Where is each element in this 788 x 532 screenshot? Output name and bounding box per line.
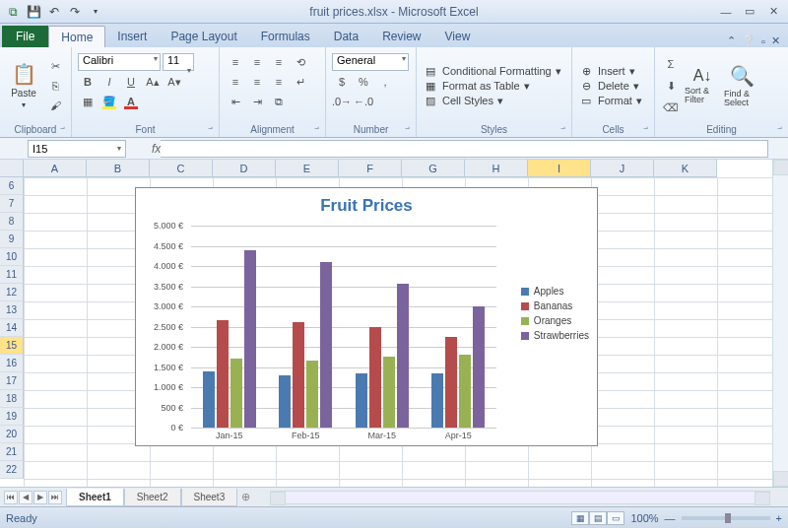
column-header[interactable]: K [654,160,717,177]
format-painter-icon[interactable]: 🖌 [45,97,65,114]
wrap-text-icon[interactable]: ↵ [291,73,310,91]
border-icon[interactable]: ▦ [78,93,98,110]
increase-decimal-icon[interactable]: .0→ [332,93,352,110]
undo-icon[interactable]: ↶ [45,3,63,21]
save-icon[interactable]: 💾 [25,3,42,21]
fill-color-icon[interactable]: 🪣 [99,93,119,110]
tab-formulas[interactable]: Formulas [249,26,322,47]
row-header[interactable]: 19 [0,408,24,426]
column-header[interactable]: G [402,160,465,177]
shrink-font-icon[interactable]: A▾ [164,73,184,91]
sheet-tab[interactable]: Sheet3 [181,489,238,506]
autosum-icon[interactable]: Σ [661,55,681,73]
tab-page-layout[interactable]: Page Layout [159,26,248,47]
align-center-icon[interactable]: ≡ [247,73,267,91]
cut-icon[interactable]: ✂ [45,57,65,75]
zoom-level[interactable]: 100% [630,512,658,524]
column-header[interactable]: C [150,160,213,177]
orientation-icon[interactable]: ⟲ [291,53,310,71]
row-header[interactable]: 7 [0,195,24,213]
file-tab[interactable]: File [2,26,48,47]
tab-first-icon[interactable]: ⏮ [4,491,18,504]
close-icon[interactable]: ✕ [762,4,784,20]
align-middle-icon[interactable]: ≡ [247,53,267,71]
align-bottom-icon[interactable]: ≡ [269,53,289,71]
bold-button[interactable]: B [78,73,98,91]
column-header[interactable]: H [465,160,528,177]
minimize-icon[interactable]: — [715,4,737,20]
restore-icon[interactable]: ▭ [739,4,760,20]
qat-customize-icon[interactable]: ▾ [87,3,104,21]
row-header[interactable]: 18 [0,390,24,408]
row-header[interactable]: 22 [0,461,24,479]
column-header[interactable]: J [591,160,654,177]
tab-data[interactable]: Data [322,26,370,47]
column-header[interactable]: D [213,160,276,177]
copy-icon[interactable]: ⎘ [45,77,65,95]
row-header[interactable]: 11 [0,266,24,284]
font-name-combo[interactable]: Calibri [78,53,161,71]
paste-button[interactable]: 📋Paste▾ [6,49,41,122]
sort-filter-button[interactable]: A↓Sort & Filter [685,49,720,122]
sheet-tab[interactable]: Sheet2 [124,489,181,506]
tab-next-icon[interactable]: ▶ [33,491,47,504]
grow-font-icon[interactable]: A▴ [143,73,163,91]
merge-icon[interactable]: ⧉ [269,93,289,110]
row-header[interactable]: 8 [0,213,24,231]
row-header[interactable]: 16 [0,355,24,372]
tab-review[interactable]: Review [370,26,432,47]
row-header[interactable]: 17 [0,372,24,390]
delete-cells-button[interactable]: ⊖Delete ▾ [578,80,642,93]
fill-icon[interactable]: ⬇ [661,77,681,95]
zoom-slider[interactable] [682,516,770,520]
decrease-decimal-icon[interactable]: ←.0 [354,93,373,110]
decrease-indent-icon[interactable]: ⇤ [226,93,245,110]
currency-icon[interactable]: $ [332,73,352,91]
window-restore-icon[interactable]: ▫ [761,35,765,47]
cell-styles-button[interactable]: ▨Cell Styles ▾ [423,95,561,107]
tab-view[interactable]: View [433,26,483,47]
view-buttons[interactable]: ▦▤▭ [571,511,624,525]
help-icon[interactable]: ❔ [742,34,755,47]
horizontal-scrollbar[interactable] [270,491,770,504]
row-header[interactable]: 6 [0,177,24,195]
row-header[interactable]: 13 [0,301,24,319]
column-header[interactable]: B [87,160,150,177]
row-header[interactable]: 20 [0,426,24,443]
tab-insert[interactable]: Insert [105,26,159,47]
conditional-formatting-button[interactable]: ▤Conditional Formatting ▾ [423,65,561,78]
zoom-out-icon[interactable]: — [665,512,676,524]
row-header[interactable]: 15 [0,337,24,355]
font-color-icon[interactable]: A [121,93,141,110]
format-as-table-button[interactable]: ▦Format as Table ▾ [423,80,561,93]
format-cells-button[interactable]: ▭Format ▾ [578,95,642,107]
embedded-chart[interactable]: Fruit Prices 0 €500 €1.000 €1.500 €2.000… [135,187,598,446]
zoom-in-icon[interactable]: + [776,512,782,524]
insert-cells-button[interactable]: ⊕Insert ▾ [578,65,642,78]
sheet-tab[interactable]: Sheet1 [66,489,124,506]
worksheet-grid[interactable]: ABCDEFGHIJK 6789101112131415161718192021… [0,160,788,487]
find-select-button[interactable]: 🔍Find & Select [724,49,759,122]
vertical-scrollbar[interactable] [772,160,788,487]
column-header[interactable]: I [528,160,591,177]
underline-button[interactable]: U [121,73,141,91]
align-left-icon[interactable]: ≡ [226,73,245,91]
row-header[interactable]: 14 [0,319,24,337]
row-header[interactable]: 12 [0,284,24,301]
workbook-close-icon[interactable]: ✕ [771,34,780,47]
tab-home[interactable]: Home [48,26,105,47]
fx-icon[interactable]: fx [152,142,161,156]
increase-indent-icon[interactable]: ⇥ [247,93,267,110]
row-header[interactable]: 21 [0,443,24,461]
align-top-icon[interactable]: ≡ [226,53,245,71]
clear-icon[interactable]: ⌫ [661,99,681,116]
comma-icon[interactable]: , [375,73,395,91]
name-box[interactable]: I15▾ [28,140,126,158]
italic-button[interactable]: I [99,73,119,91]
column-header[interactable]: E [276,160,339,177]
minimize-ribbon-icon[interactable]: ⌃ [727,34,736,47]
percent-icon[interactable]: % [354,73,373,91]
tab-prev-icon[interactable]: ◀ [19,491,33,504]
column-header[interactable]: A [24,160,87,177]
select-all-corner[interactable] [0,160,24,177]
